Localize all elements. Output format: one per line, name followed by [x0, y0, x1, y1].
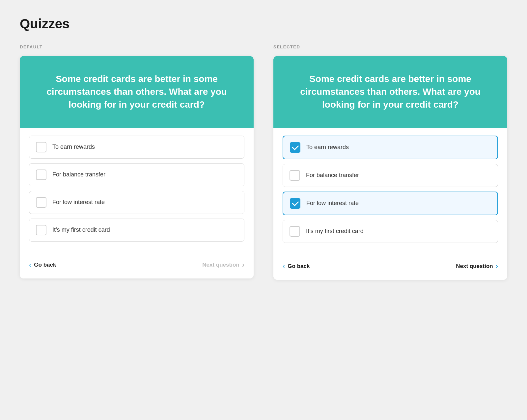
page-title: Quizzes	[20, 16, 507, 31]
default-option-balance[interactable]: For balance transfer	[29, 163, 244, 186]
selected-option-low-interest-label: For low interest rate	[306, 200, 359, 207]
default-back-button[interactable]: ‹ Go back	[29, 261, 56, 269]
selected-option-first-card[interactable]: It’s my first credit card	[283, 220, 498, 243]
default-quiz-card: Some credit cards are better in some cir…	[20, 56, 254, 278]
selected-back-button[interactable]: ‹ Go back	[283, 262, 310, 271]
selected-option-rewards[interactable]: To earn rewards	[283, 136, 498, 159]
default-checkbox-low-interest	[36, 197, 46, 208]
selected-next-chevron-icon: ›	[496, 262, 498, 271]
selected-quiz-header: Some credit cards are better in some cir…	[273, 56, 507, 128]
default-quiz-body: To earn rewards For balance transfer For…	[20, 128, 254, 254]
selected-label: SELECTED	[273, 44, 507, 49]
selected-column: SELECTED Some credit cards are better in…	[273, 44, 507, 280]
default-option-low-interest-label: For low interest rate	[52, 199, 105, 206]
default-option-first-card[interactable]: It’s my first credit card	[29, 219, 244, 242]
default-checkbox-rewards	[36, 142, 46, 152]
selected-option-balance[interactable]: For balance transfer	[283, 164, 498, 187]
selected-checkbox-low-interest	[290, 198, 300, 209]
default-quiz-header: Some credit cards are better in some cir…	[20, 56, 254, 128]
default-back-chevron-icon: ‹	[29, 261, 31, 269]
selected-quiz-footer: ‹ Go back Next question ›	[273, 255, 507, 280]
default-label: DEFAULT	[20, 44, 254, 49]
default-next-label: Next question	[202, 262, 239, 268]
default-quiz-footer: ‹ Go back Next question ›	[20, 254, 254, 278]
selected-back-label: Go back	[288, 263, 310, 270]
selected-quiz-body: To earn rewards For balance transfer For…	[273, 128, 507, 255]
selected-back-chevron-icon: ‹	[283, 262, 285, 271]
default-option-low-interest[interactable]: For low interest rate	[29, 191, 244, 214]
default-next-button[interactable]: Next question ›	[202, 261, 244, 269]
selected-checkbox-first-card	[290, 226, 300, 237]
selected-checkbox-rewards	[290, 142, 300, 153]
selected-next-label: Next question	[456, 263, 493, 270]
selected-option-low-interest[interactable]: For low interest rate	[283, 192, 498, 215]
columns-container: DEFAULT Some credit cards are better in …	[20, 44, 507, 280]
default-back-label: Go back	[34, 262, 56, 268]
selected-next-button[interactable]: Next question ›	[456, 262, 498, 271]
default-option-rewards-label: To earn rewards	[52, 144, 95, 150]
default-option-first-card-label: It’s my first credit card	[52, 226, 110, 233]
default-quiz-question: Some credit cards are better in some cir…	[33, 72, 240, 111]
default-option-balance-label: For balance transfer	[52, 171, 105, 178]
default-next-chevron-icon: ›	[242, 261, 244, 269]
default-option-rewards[interactable]: To earn rewards	[29, 136, 244, 159]
selected-checkbox-balance	[290, 170, 300, 181]
selected-option-first-card-label: It’s my first credit card	[306, 228, 364, 235]
default-checkbox-first-card	[36, 225, 46, 235]
selected-quiz-question: Some credit cards are better in some cir…	[287, 72, 494, 111]
selected-option-balance-label: For balance transfer	[306, 172, 359, 179]
selected-option-rewards-label: To earn rewards	[306, 144, 349, 151]
selected-quiz-card: Some credit cards are better in some cir…	[273, 56, 507, 280]
default-column: DEFAULT Some credit cards are better in …	[20, 44, 254, 280]
default-checkbox-balance	[36, 170, 46, 180]
